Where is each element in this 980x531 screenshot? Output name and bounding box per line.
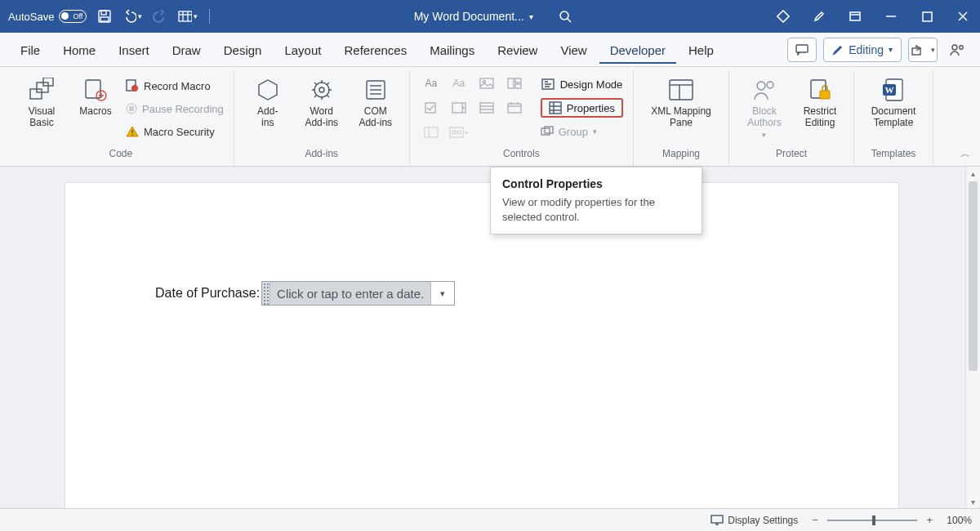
share-button[interactable]: ▾ <box>908 38 938 62</box>
tab-layout[interactable]: Layout <box>274 35 332 64</box>
undo-icon[interactable]: ▾ <box>122 7 142 26</box>
svg-rect-30 <box>131 130 133 133</box>
label: Display Settings <box>728 515 798 526</box>
editing-mode-button[interactable]: Editing ▾ <box>823 38 902 62</box>
date-dropdown-button[interactable]: ▾ <box>431 282 454 305</box>
svg-rect-60 <box>550 102 561 114</box>
svg-point-40 <box>483 81 485 83</box>
visual-basic-button[interactable]: Visual Basic <box>18 74 65 129</box>
tab-mailings[interactable]: Mailings <box>419 35 485 64</box>
diamond-icon[interactable] <box>774 7 792 26</box>
design-mode-button[interactable]: Design Mode <box>541 74 623 95</box>
label: Macros <box>79 106 111 118</box>
ribbon-tabs: File Home Insert Draw Design Layout Refe… <box>0 33 980 67</box>
properties-button[interactable]: Properties <box>541 98 623 118</box>
rich-text-control-icon[interactable]: Aa <box>420 74 443 93</box>
svg-rect-41 <box>508 78 514 88</box>
tab-draw[interactable]: Draw <box>162 35 212 64</box>
svg-point-69 <box>757 82 765 90</box>
date-picker-content-control[interactable]: Click or tap to enter a date. ▾ <box>261 281 455 306</box>
date-placeholder[interactable]: Click or tap to enter a date. <box>270 282 431 305</box>
monitor-icon <box>710 515 724 525</box>
legacy-tools-icon[interactable]: ▾ <box>448 123 470 142</box>
tab-help[interactable]: Help <box>678 35 724 64</box>
zoom-slider[interactable]: − + <box>809 514 935 526</box>
date-picker-control-icon[interactable] <box>503 98 526 118</box>
group-label: Protect <box>776 145 807 164</box>
svg-point-58 <box>457 131 461 134</box>
close-icon[interactable] <box>954 7 972 26</box>
display-settings-button[interactable]: Display Settings <box>710 515 798 526</box>
save-icon[interactable] <box>95 7 114 26</box>
svg-rect-31 <box>131 134 133 136</box>
addins-button[interactable]: Add- ins <box>244 74 292 129</box>
brush-icon[interactable] <box>810 7 828 26</box>
autosave-toggle[interactable]: AutoSave Off <box>8 10 87 23</box>
tab-insert[interactable]: Insert <box>108 35 160 64</box>
dropdown-control-icon[interactable] <box>475 98 498 118</box>
tab-review[interactable]: Review <box>487 35 548 64</box>
group-label: Add-ins <box>305 145 338 164</box>
repeating-section-control-icon[interactable] <box>420 123 443 142</box>
macros-button[interactable]: Macros <box>72 74 119 118</box>
scroll-down-icon[interactable]: ▾ <box>966 495 980 508</box>
editing-label: Editing <box>849 43 884 56</box>
maximize-icon[interactable] <box>918 7 936 26</box>
control-handle[interactable] <box>262 282 270 305</box>
tooltip-control-properties: Control Properties View or modify proper… <box>490 167 702 234</box>
scroll-up-icon[interactable]: ▴ <box>966 167 980 180</box>
combobox-control-icon[interactable] <box>448 98 470 118</box>
label: Restrict Editing <box>804 106 837 129</box>
label: Visual Basic <box>29 106 55 129</box>
toggle-switch-icon[interactable]: Off <box>59 10 87 23</box>
svg-rect-21 <box>37 83 48 92</box>
separator <box>209 9 210 24</box>
macro-security-button[interactable]: Macro Security <box>126 121 224 142</box>
group-label: Controls <box>503 145 540 164</box>
checkbox-control-icon[interactable] <box>420 98 443 118</box>
label: Pause Recording <box>142 103 224 115</box>
building-block-control-icon[interactable] <box>503 74 526 93</box>
svg-rect-28 <box>130 106 131 111</box>
group-label: Templates <box>871 145 916 164</box>
word-addins-button[interactable]: Word Add-ins <box>298 74 345 129</box>
document-title[interactable]: My Word Document... ▾ <box>414 10 533 23</box>
scrollbar-thumb[interactable] <box>969 181 978 371</box>
zoom-in-icon[interactable]: + <box>924 514 935 526</box>
minimize-icon[interactable] <box>882 7 900 26</box>
redo-icon[interactable] <box>150 7 170 26</box>
zoom-out-icon[interactable]: − <box>809 514 821 526</box>
tab-references[interactable]: References <box>333 35 417 64</box>
svg-rect-29 <box>132 106 134 111</box>
label: Properties <box>567 102 615 114</box>
tab-view[interactable]: View <box>550 35 597 64</box>
collapse-ribbon-icon[interactable]: ︿ <box>960 147 970 161</box>
svg-point-57 <box>452 131 456 134</box>
ribbon-group-controls: Aa Aa ▾ Design Mode <box>410 70 634 166</box>
xml-mapping-button[interactable]: XML Mapping Pane <box>644 74 719 129</box>
tab-developer[interactable]: Developer <box>599 35 676 64</box>
record-macro-button[interactable]: Record Macro <box>126 75 224 96</box>
vertical-scrollbar[interactable]: ▴ ▾ <box>965 167 980 508</box>
comments-button[interactable] <box>787 38 817 62</box>
search-icon[interactable] <box>556 7 574 25</box>
label: Document Template <box>871 106 916 129</box>
tab-design[interactable]: Design <box>213 35 273 64</box>
page[interactable]: Date of Purchase: Click or tap to enter … <box>65 183 898 508</box>
picture-control-icon[interactable] <box>475 74 498 93</box>
zoom-percent[interactable]: 100% <box>947 515 972 526</box>
ribbon-mode-icon[interactable] <box>846 7 864 26</box>
zoom-track[interactable] <box>827 520 917 521</box>
plain-text-control-icon[interactable]: Aa <box>448 74 470 93</box>
restrict-editing-button[interactable]: Restrict Editing <box>796 74 844 129</box>
window: AutoSave Off ▾ ▾ My Word Document... ▾ <box>0 0 980 531</box>
document-template-button[interactable]: W Document Template <box>864 74 923 129</box>
tab-home[interactable]: Home <box>52 35 106 64</box>
tooltip-title: Control Properties <box>502 177 690 190</box>
tab-file[interactable]: File <box>10 35 51 64</box>
field-label: Date of Purchase: <box>155 286 260 301</box>
com-addins-button[interactable]: COM Add-ins <box>352 74 399 129</box>
account-icon[interactable] <box>944 38 970 62</box>
label: Macro Security <box>144 126 215 138</box>
table-icon[interactable]: ▾ <box>178 7 198 26</box>
